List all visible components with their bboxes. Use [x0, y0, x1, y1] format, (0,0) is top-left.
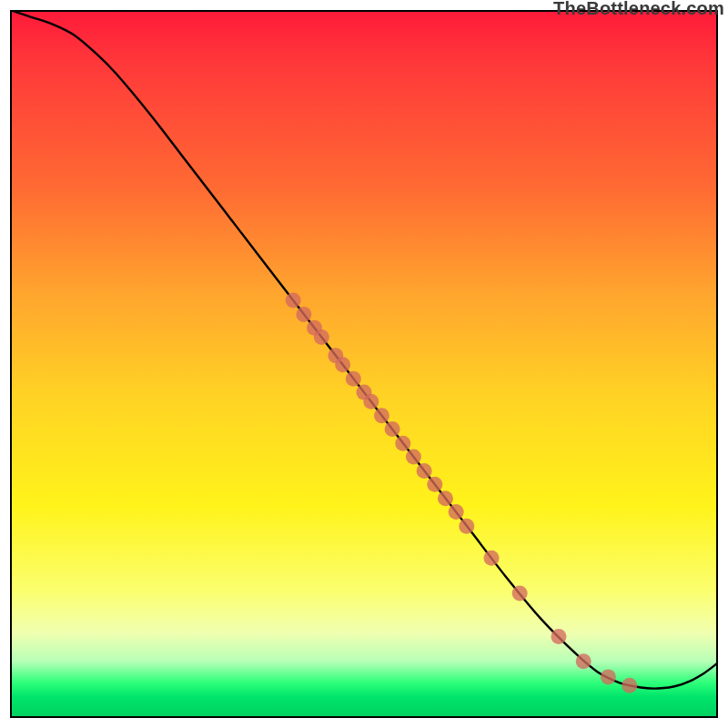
data-marker: [335, 357, 350, 372]
watermark-text: TheBottleneck.com: [553, 0, 724, 19]
data-marker: [427, 477, 442, 492]
data-marker: [512, 586, 528, 602]
data-marker: [484, 551, 500, 566]
data-marker: [346, 371, 361, 387]
data-marker: [551, 629, 566, 644]
data-marker: [314, 329, 329, 345]
data-marker: [576, 653, 592, 669]
plot-area: [10, 10, 718, 718]
data-marker: [296, 307, 311, 322]
data-marker: [459, 519, 474, 534]
data-marker: [622, 678, 637, 693]
bottleneck-curve: [10, 10, 718, 689]
data-marker: [406, 449, 421, 464]
curve-markers: [286, 292, 638, 693]
data-marker: [385, 421, 400, 437]
data-marker: [363, 394, 379, 410]
data-marker: [449, 504, 464, 520]
data-marker: [417, 463, 432, 479]
data-marker: [286, 292, 301, 308]
data-marker: [601, 669, 616, 684]
data-marker: [374, 408, 389, 423]
chart-container: TheBottleneck.com: [0, 0, 728, 728]
curve-layer: [10, 10, 718, 718]
data-marker: [395, 436, 410, 451]
data-marker: [438, 490, 453, 506]
